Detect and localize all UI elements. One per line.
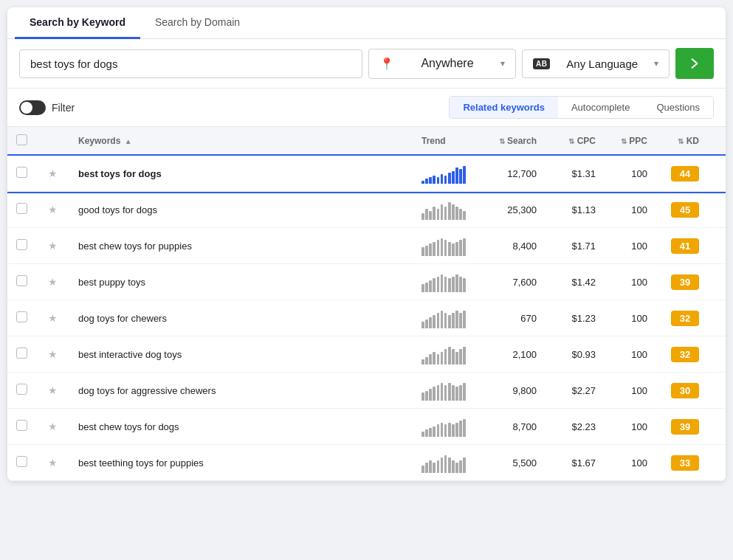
row-checkbox[interactable] bbox=[16, 275, 27, 286]
search-sort-icon: ⇅ bbox=[499, 137, 505, 145]
location-label: Anywhere bbox=[421, 57, 473, 70]
row-checkbox[interactable] bbox=[16, 167, 27, 178]
header-cpc[interactable]: ⇅ CPC bbox=[546, 127, 605, 156]
star-icon[interactable]: ★ bbox=[48, 276, 58, 288]
keyword-text[interactable]: dog toys for aggressive chewers bbox=[78, 385, 216, 396]
filter-label: Filter bbox=[52, 102, 75, 114]
tab-bar: Search by Keyword Search by Domain bbox=[7, 7, 726, 39]
search-area: 📍 Anywhere ▾ AB Any Language ▾ bbox=[7, 39, 726, 89]
tab-autocomplete[interactable]: Autocomplete bbox=[558, 97, 644, 118]
search-volume: 9,800 bbox=[512, 385, 537, 396]
table-row: ★best chew toys for puppies8,400$1.71100… bbox=[7, 228, 726, 264]
cpc-sort-icon: ⇅ bbox=[568, 137, 574, 145]
table-header-row: Keywords ▲ Trend ⇅ Search ⇅ CPC bbox=[7, 127, 726, 156]
tab-search-by-domain[interactable]: Search by Domain bbox=[140, 7, 255, 39]
keyword-text[interactable]: best chew toys for dogs bbox=[78, 421, 179, 432]
ppc-value: 100 bbox=[631, 457, 647, 469]
row-checkbox[interactable] bbox=[16, 348, 27, 359]
toggle-knob bbox=[21, 102, 32, 114]
result-tab-group: Related keywords Autocomplete Questions bbox=[449, 96, 714, 119]
keywords-table-wrap: Keywords ▲ Trend ⇅ Search ⇅ CPC bbox=[7, 127, 726, 481]
kd-sort-icon: ⇅ bbox=[678, 137, 684, 145]
kd-badge: 41 bbox=[671, 238, 699, 254]
star-icon[interactable]: ★ bbox=[48, 348, 58, 360]
search-volume: 12,700 bbox=[507, 168, 537, 179]
trend-bar bbox=[421, 235, 466, 256]
location-chevron-icon: ▾ bbox=[500, 58, 505, 69]
ppc-sort-icon: ⇅ bbox=[621, 137, 627, 145]
language-chevron-icon: ▾ bbox=[654, 58, 658, 69]
language-dropdown[interactable]: AB Any Language ▾ bbox=[522, 49, 670, 78]
row-checkbox[interactable] bbox=[16, 384, 27, 395]
keyword-text[interactable]: best toys for dogs bbox=[78, 168, 162, 179]
table-row: ★good toys for dogs25,300$1.1310045 bbox=[7, 192, 726, 228]
keyword-text[interactable]: best interactive dog toys bbox=[78, 349, 182, 360]
tab-related-keywords[interactable]: Related keywords bbox=[450, 97, 558, 118]
row-checkbox[interactable] bbox=[16, 203, 27, 214]
row-checkbox[interactable] bbox=[16, 420, 27, 431]
header-checkbox[interactable] bbox=[16, 134, 27, 145]
row-checkbox[interactable] bbox=[16, 456, 27, 467]
trend-bar bbox=[421, 199, 466, 220]
trend-bar bbox=[421, 380, 466, 401]
ppc-value: 100 bbox=[631, 168, 647, 179]
table-row: ★best toys for dogs12,700$1.3110044 bbox=[7, 156, 726, 192]
header-keywords[interactable]: Keywords ▲ bbox=[69, 127, 413, 156]
search-button[interactable] bbox=[675, 48, 714, 79]
header-kd[interactable]: ⇅ KD bbox=[656, 127, 708, 156]
cpc-value: $1.71 bbox=[571, 241, 596, 252]
kd-badge: 39 bbox=[671, 419, 699, 435]
cpc-value: $1.31 bbox=[571, 168, 596, 179]
keyword-text[interactable]: good toys for dogs bbox=[78, 204, 157, 215]
cpc-value: $0.93 bbox=[571, 349, 596, 360]
table-row: ★best teething toys for puppies5,500$1.6… bbox=[7, 445, 726, 481]
star-icon[interactable]: ★ bbox=[48, 421, 58, 432]
cpc-value: $1.42 bbox=[571, 277, 596, 288]
kd-badge: 30 bbox=[671, 383, 699, 398]
filter-row: Filter Related keywords Autocomplete Que… bbox=[7, 89, 726, 127]
trend-bar bbox=[421, 452, 466, 473]
header-ppc[interactable]: ⇅ PPC bbox=[605, 127, 656, 156]
header-search[interactable]: ⇅ Search bbox=[479, 127, 546, 156]
search-volume: 5,500 bbox=[512, 457, 537, 469]
keyword-text[interactable]: best teething toys for puppies bbox=[78, 457, 204, 469]
cpc-value: $2.23 bbox=[571, 421, 596, 432]
trend-bar bbox=[421, 416, 466, 437]
cpc-value: $1.67 bbox=[571, 457, 596, 469]
search-volume: 670 bbox=[520, 313, 537, 324]
ppc-value: 100 bbox=[631, 421, 647, 432]
star-icon[interactable]: ★ bbox=[48, 457, 58, 469]
search-volume: 8,700 bbox=[512, 421, 537, 432]
table-row: ★best puppy toys7,600$1.4210039 bbox=[7, 264, 726, 300]
table-row: ★dog toys for aggressive chewers9,800$2.… bbox=[7, 373, 726, 409]
tab-search-by-keyword[interactable]: Search by Keyword bbox=[15, 7, 140, 39]
keyword-text[interactable]: dog toys for chewers bbox=[78, 313, 167, 324]
ppc-value: 100 bbox=[631, 241, 647, 252]
location-dropdown[interactable]: 📍 Anywhere ▾ bbox=[368, 49, 516, 79]
header-star-col bbox=[36, 127, 69, 156]
search-volume: 8,400 bbox=[512, 241, 537, 252]
star-icon[interactable]: ★ bbox=[48, 384, 58, 396]
keyword-input[interactable] bbox=[19, 49, 362, 78]
cpc-value: $2.27 bbox=[571, 385, 596, 396]
row-checkbox[interactable] bbox=[16, 311, 27, 322]
star-icon[interactable]: ★ bbox=[48, 204, 58, 215]
trend-bar bbox=[421, 163, 466, 184]
trend-bar bbox=[421, 272, 466, 292]
keywords-sort-icon: ▲ bbox=[125, 137, 132, 145]
keyword-text[interactable]: best chew toys for puppies bbox=[78, 241, 192, 252]
location-icon: 📍 bbox=[379, 57, 394, 71]
ppc-value: 100 bbox=[631, 385, 647, 396]
filter-toggle[interactable] bbox=[19, 100, 46, 115]
star-icon[interactable]: ★ bbox=[48, 240, 58, 252]
kd-badge: 32 bbox=[671, 347, 699, 362]
star-icon[interactable]: ★ bbox=[48, 167, 58, 179]
filter-left: Filter bbox=[19, 100, 75, 115]
star-icon[interactable]: ★ bbox=[48, 312, 58, 324]
tab-questions[interactable]: Questions bbox=[643, 97, 713, 118]
kd-badge: 39 bbox=[671, 274, 699, 290]
header-trend: Trend bbox=[413, 127, 479, 156]
ppc-value: 100 bbox=[631, 277, 647, 288]
row-checkbox[interactable] bbox=[16, 239, 27, 250]
keyword-text[interactable]: best puppy toys bbox=[78, 277, 145, 288]
